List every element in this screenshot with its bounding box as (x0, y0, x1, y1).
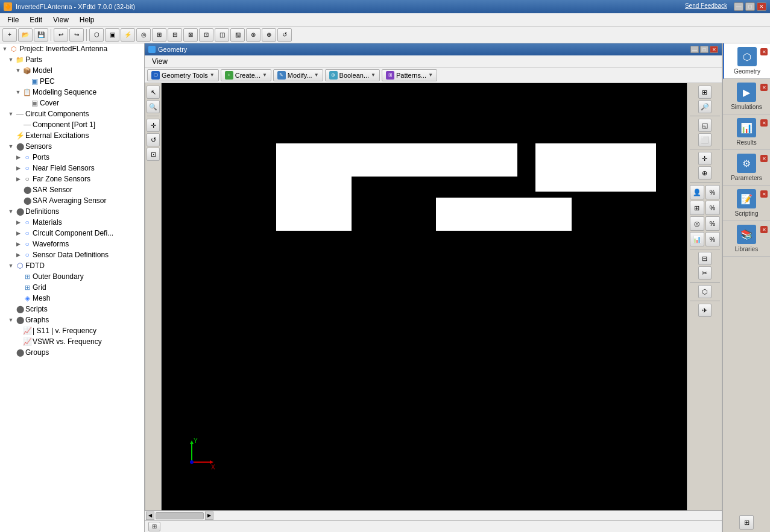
definitions-item[interactable]: ▼ ⬤ Definitions (0, 206, 144, 217)
menu-help[interactable]: Help (75, 14, 99, 25)
create-button[interactable]: + Create... ▼ (221, 69, 271, 81)
close-button[interactable]: ✕ (757, 2, 766, 11)
fit-view-tool[interactable]: ⊞ (698, 86, 712, 99)
layout-switch-icon[interactable]: ⊞ (739, 515, 754, 530)
groups-item[interactable]: ⬤ Groups (0, 347, 144, 358)
scripting-close-btn[interactable]: ✕ (760, 190, 768, 198)
new-button[interactable]: + (2, 28, 17, 42)
tool2[interactable]: ▣ (105, 28, 119, 42)
hscroll-left[interactable]: ◀ (146, 512, 154, 520)
tool9[interactable]: ◫ (215, 28, 229, 42)
tool8[interactable]: ⊡ (199, 28, 213, 42)
cover-item[interactable]: ▣ Cover (0, 98, 144, 108)
pan-tool[interactable]: ✛ (147, 119, 160, 132)
circuit-def-item[interactable]: ▶ ○ Circuit Component Defi... (0, 228, 144, 239)
refresh-button[interactable]: ↺ (277, 28, 292, 42)
modify-button[interactable]: ✎ Modify... ▼ (273, 69, 323, 81)
mesh-view-tool[interactable]: ⊟ (698, 252, 712, 265)
feedback-link[interactable]: Send Feedback (685, 2, 727, 11)
viewport-canvas[interactable]: Y X (162, 83, 687, 510)
geo-maximize[interactable]: □ (700, 46, 708, 53)
rotate-tool[interactable]: ↺ (147, 133, 160, 146)
tool4[interactable]: ◎ (136, 28, 151, 42)
graphs-item[interactable]: ▼ ⬤ Graphs (0, 315, 144, 325)
save-button[interactable]: 💾 (34, 28, 48, 42)
zoom-out-tool[interactable]: 🔎 (698, 100, 712, 113)
clip-tool[interactable]: ✂ (698, 266, 712, 280)
undo-button[interactable]: ↩ (54, 28, 68, 42)
add-marker-tool[interactable]: ✛ (698, 152, 712, 165)
viewport-hscroll[interactable]: ◀ ▶ (145, 510, 722, 520)
modeling-seq-item[interactable]: ▼ 📋 Modeling Sequence (0, 87, 144, 98)
materials-item[interactable]: ▶ ○ Materials (0, 217, 144, 228)
tool11[interactable]: ⊛ (246, 28, 260, 42)
sar-sensor-item[interactable]: ⬤ SAR Sensor (0, 184, 144, 195)
nav-results[interactable]: ✕ 📊 Results (723, 114, 770, 150)
sar-avg-item[interactable]: ⬤ SAR Averaging Sensor (0, 195, 144, 206)
layout-switch[interactable]: ⊞ (723, 513, 770, 532)
scripts-item[interactable]: ⬤ Scripts (0, 304, 144, 315)
geometry-tools-button[interactable]: ⬡ Geometry Tools ▼ (147, 69, 219, 81)
tool1[interactable]: ⬡ (89, 28, 104, 42)
geo-menu-view[interactable]: View (147, 56, 172, 67)
sensor-data-def-item[interactable]: ▶ ○ Sensor Data Definitions (0, 249, 144, 260)
layer4-percent[interactable]: % (705, 232, 720, 246)
select-tool[interactable]: ↖ (147, 86, 160, 99)
parts-item[interactable]: ▼ 📁 Parts (0, 54, 144, 65)
tool6[interactable]: ⊟ (168, 28, 182, 42)
top-view-tool[interactable]: ⬜ (698, 133, 712, 146)
redo-button[interactable]: ↪ (69, 28, 84, 42)
zoom-window-tool[interactable]: ⊡ (147, 148, 160, 161)
tool3[interactable]: ⚡ (121, 28, 135, 42)
layer1-percent[interactable]: % (705, 185, 720, 199)
parameters-close-btn[interactable]: ✕ (760, 155, 768, 162)
waveforms-item[interactable]: ▶ ○ Waveforms (0, 239, 144, 249)
layer2-percent[interactable]: % (705, 201, 720, 215)
pec-item[interactable]: ▣ PEC (0, 76, 144, 87)
menu-edit[interactable]: Edit (25, 14, 47, 25)
antenna-tool[interactable]: ✈ (698, 304, 712, 317)
sensors-item[interactable]: ▼ ⬤ Sensors (0, 141, 144, 152)
mesh-item[interactable]: ◈ Mesh (0, 293, 144, 304)
ports-item[interactable]: ▶ ○ Ports (0, 152, 144, 163)
layer4-icon[interactable]: 📊 (690, 232, 704, 246)
hscroll-right[interactable]: ▶ (205, 512, 213, 520)
tool5[interactable]: ⊞ (152, 28, 166, 42)
project-item[interactable]: ▼ ⬡ Project: InvertedFLAntenna (0, 43, 144, 54)
boolean-button[interactable]: ⊕ Boolean... ▼ (325, 69, 380, 81)
minimize-button[interactable]: — (734, 2, 743, 11)
results-close-btn[interactable]: ✕ (760, 119, 768, 127)
nav-scripting[interactable]: ✕ 📝 Scripting (723, 186, 770, 221)
geometry-close-btn[interactable]: ✕ (760, 48, 768, 55)
tool7[interactable]: ⊠ (183, 28, 198, 42)
grid-item[interactable]: ⊞ Grid (0, 282, 144, 293)
3d-view-tool[interactable]: ◱ (698, 119, 712, 132)
maximize-button[interactable]: □ (745, 2, 755, 11)
tool12[interactable]: ⊕ (262, 28, 276, 42)
menu-view[interactable]: View (48, 14, 74, 25)
model-item[interactable]: ▼ 📦 Model (0, 65, 144, 76)
patterns-button[interactable]: ⊞ Patterns... ▼ (382, 69, 437, 81)
component-port-item[interactable]: — Component [Port 1] (0, 119, 144, 130)
menu-file[interactable]: File (2, 14, 24, 25)
layer1-icon[interactable]: 👤 (690, 185, 704, 199)
layer3-icon[interactable]: ◎ (690, 216, 704, 231)
geo-minimize[interactable]: — (690, 46, 699, 53)
snap-tool[interactable]: ⊕ (698, 166, 712, 180)
simulations-close-btn[interactable]: ✕ (760, 84, 768, 91)
geo-close[interactable]: ✕ (710, 46, 718, 53)
fdtd-item[interactable]: ▼ ⬡ FDTD (0, 260, 144, 271)
external-excitations-item[interactable]: ⚡ External Excitations (0, 130, 144, 141)
far-zone-item[interactable]: ▶ ○ Far Zone Sensors (0, 174, 144, 184)
open-button[interactable]: 📂 (18, 28, 33, 42)
nav-geometry[interactable]: ✕ ⬡ Geometry (723, 43, 770, 79)
s11-graph-item[interactable]: 📈 | S11 | v. Frequency (0, 325, 144, 336)
libraries-close-btn[interactable]: ✕ (760, 226, 768, 233)
tool10[interactable]: ▨ (230, 28, 245, 42)
outer-boundary-item[interactable]: ⊞ Outer Boundary (0, 271, 144, 282)
vswr-graph-item[interactable]: 📈 VSWR vs. Frequency (0, 336, 144, 347)
layer3-percent[interactable]: % (705, 216, 720, 231)
nav-simulations[interactable]: ✕ ▶ Simulations (723, 79, 770, 114)
circuit-components-item[interactable]: ▼ — Circuit Components (0, 108, 144, 119)
sensor-view-tool[interactable]: ⬡ (698, 285, 712, 298)
